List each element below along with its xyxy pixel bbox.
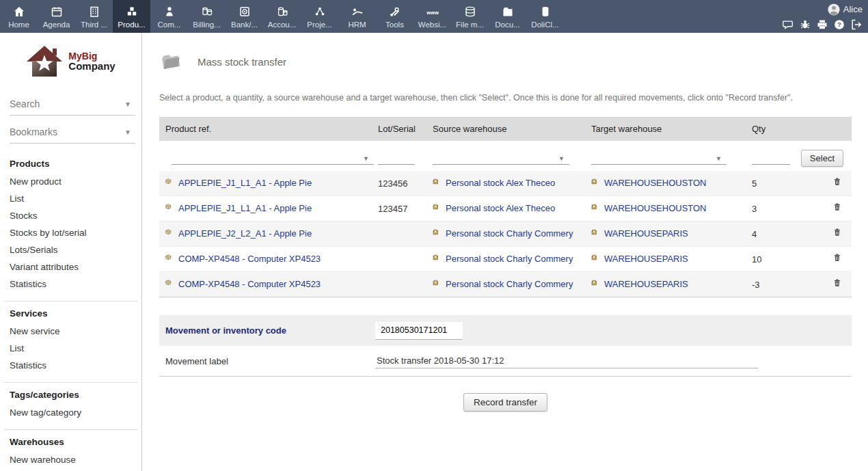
menu-website[interactable]: www Websi... [413,0,451,33]
product-select[interactable]: ▼ [172,151,374,165]
menu-label: Com... [158,21,181,29]
menu-agenda[interactable]: Agenda [38,0,75,33]
doliclub-icon [539,5,552,18]
source-warehouse-link[interactable]: Personal stock Charly Commery [433,228,573,239]
sidebar-item-variant-attributes[interactable]: Variant attributes [4,258,137,275]
billing-icon [200,5,214,18]
movement-code-input[interactable] [375,322,463,340]
search-dropdown[interactable]: Search ▼ [10,96,135,116]
help-icon[interactable]: ? [833,18,845,31]
target-warehouse-link[interactable]: WAREHOUSEHOUSTON [591,178,707,188]
sidebar-item-product-list[interactable]: List [4,190,137,207]
lot-serial-input[interactable] [378,151,415,165]
menu-billing[interactable]: Billing... [188,0,226,33]
website-icon: www [426,5,439,18]
table-filter-row: ▼ ▼ ▼ [159,141,852,171]
col-header-target-warehouse: Target warehouse [586,124,745,134]
products-icon [125,5,139,18]
movement-code-label: Movement or inventory code [159,325,375,336]
product-ref: APPLEPIE_J2_L2_A1 - Apple Pie [178,228,312,239]
product-link[interactable]: COMP-XP4548 - Computer XP4523 [165,279,321,289]
topbar-right: Alice ? [782,0,863,33]
warehouse-icon [591,229,600,238]
source-warehouse-select[interactable]: ▼ [433,151,569,165]
target-warehouse-link[interactable]: WAREHOUSEPARIS [591,228,688,239]
source-warehouse: Personal stock Alex Theceo [446,203,555,213]
sidebar-item-service-statistics[interactable]: Statistics [4,357,137,374]
target-warehouse: WAREHOUSEHOUSTON [604,203,707,213]
movement-form: Movement or inventory code Movement labe… [159,315,852,377]
menu-products[interactable]: Produ... [113,0,150,33]
company-name: MyBig Company [68,51,115,72]
print-icon[interactable] [816,18,828,31]
select-button[interactable]: Select [801,150,843,167]
menu-projects[interactable]: Proje... [301,0,338,33]
movement-label-input[interactable] [375,353,758,368]
menu-label: Proje... [307,21,331,29]
product-cube-icon [165,204,174,213]
col-header-lot-serial: Lot/Serial [378,124,427,134]
source-warehouse: Personal stock Charly Commery [446,254,573,264]
svg-text:?: ? [837,21,841,28]
menu-home[interactable]: Home [0,0,38,33]
menu-bank[interactable]: Bank/... [226,0,263,33]
target-warehouse-select[interactable]: ▼ [591,151,727,165]
product-link[interactable]: COMP-XP4548 - Computer XP4523 [165,254,321,264]
menu-label: Produ... [118,21,145,29]
trash-icon[interactable] [834,228,843,239]
house-logo-icon [26,45,63,78]
menu-third-parties[interactable]: Third ... [75,0,113,33]
source-warehouse-link[interactable]: Personal stock Charly Commery [433,279,573,289]
menu-label: HRM [348,21,366,29]
trash-icon[interactable] [834,278,843,289]
menu-hrm[interactable]: HRM [338,0,376,33]
menu-label: Third ... [81,21,107,29]
sidebar-item-product-statistics[interactable]: Statistics [4,275,137,293]
sidebar-item-stocks[interactable]: Stocks [4,207,137,224]
menu-file-manager[interactable]: File m... [451,0,489,33]
qty-input[interactable] [752,151,790,165]
sidebar-item-stocks-by-lot[interactable]: Stocks by lot/serial [4,224,137,241]
product-cube-icon [165,229,174,238]
record-transfer-container: Record transfer [159,393,852,412]
record-transfer-button[interactable]: Record transfer [463,393,547,412]
product-link[interactable]: APPLEPIE_J2_L2_A1 - Apple Pie [165,228,312,239]
sidebar-item-new-service[interactable]: New service [4,323,137,340]
sidebar-item-lots-serials[interactable]: Lots/Serials [4,241,137,258]
warehouse-icon [433,178,442,187]
source-warehouse-link[interactable]: Personal stock Charly Commery [433,254,573,264]
user-menu[interactable]: Alice [827,3,863,16]
target-warehouse-link[interactable]: WAREHOUSEPARIS [591,279,688,289]
menu-commercial[interactable]: Com... [150,0,188,33]
sidebar-item-service-list[interactable]: List [4,340,137,357]
bookmarks-dropdown[interactable]: Bookmarks ▼ [10,124,135,144]
menu-doliclub[interactable]: DoliCl... [526,0,564,33]
target-warehouse-link[interactable]: WAREHOUSEPARIS [591,254,688,264]
menu-label: Bank/... [231,21,258,29]
table-header-row: Product ref. Lot/Serial Source warehouse… [159,117,852,141]
warehouse-icon [591,204,600,213]
bug-icon[interactable] [799,18,811,31]
product-link[interactable]: APPLEPIE_J1_L1_A1 - Apple Pie [165,203,312,213]
menu-accountancy[interactable]: Accou... [263,0,301,33]
trash-icon[interactable] [834,202,843,213]
trash-icon[interactable] [834,177,843,188]
sidebar-item-new-warehouse[interactable]: New warehouse [4,451,137,468]
qty-value: 4 [745,229,813,239]
sidebar-item-new-product[interactable]: New product [4,173,137,190]
logout-icon[interactable] [850,18,863,31]
source-warehouse-link[interactable]: Personal stock Alex Theceo [433,178,555,188]
menu-documents[interactable]: Docu... [489,0,526,33]
company-logo[interactable]: MyBig Company [0,45,141,78]
menu-label: Docu... [495,21,519,29]
product-link[interactable]: APPLEPIE_J1_L1_A1 - Apple Pie [165,178,312,188]
target-warehouse-link[interactable]: WAREHOUSEHOUSTON [591,203,707,213]
trash-icon[interactable] [834,253,843,264]
product-ref: COMP-XP4548 - Computer XP4523 [178,254,321,264]
menu-tools[interactable]: Tools [376,0,413,33]
menu-label: File m... [456,21,484,29]
source-warehouse-link[interactable]: Personal stock Alex Theceo [433,203,555,213]
sidebar-item-new-tag-category[interactable]: New tag/category [4,404,137,421]
chat-icon[interactable] [782,18,794,31]
projects-icon [313,5,327,18]
